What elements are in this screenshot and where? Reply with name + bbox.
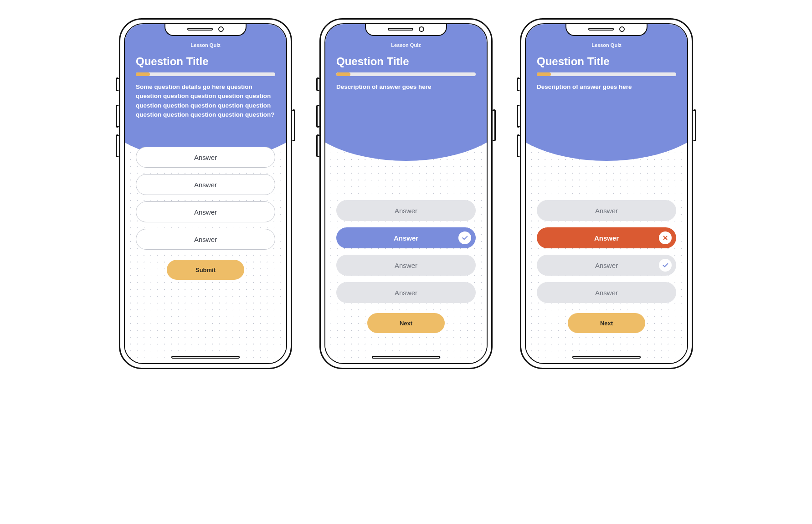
volume-up-button[interactable] bbox=[316, 105, 319, 128]
phone-notch bbox=[365, 23, 447, 36]
silence-switch[interactable] bbox=[116, 77, 119, 91]
answer-option-selected-wrong[interactable]: Answer bbox=[537, 227, 676, 248]
answer-label: Answer bbox=[594, 234, 619, 242]
answer-label: Answer bbox=[194, 208, 217, 216]
home-indicator[interactable] bbox=[572, 356, 641, 359]
quiz-screen-correct: Lesson Quiz Question Title Description o… bbox=[325, 24, 487, 363]
phone-mockup: Lesson Quiz Question Title Description o… bbox=[319, 18, 493, 369]
question-title: Question Title bbox=[537, 55, 676, 68]
phone-mockup: Lesson Quiz Question Title Description o… bbox=[520, 18, 693, 369]
phone-notch bbox=[164, 23, 247, 36]
volume-up-button[interactable] bbox=[116, 105, 119, 128]
speaker-icon bbox=[388, 28, 413, 31]
phone-mockup: Lesson Quiz Question Title Some question… bbox=[119, 18, 292, 369]
answer-option[interactable]: Answer bbox=[336, 200, 476, 221]
answer-option-selected-correct[interactable]: Answer bbox=[336, 227, 476, 248]
answer-label: Answer bbox=[595, 289, 618, 297]
silence-switch[interactable] bbox=[316, 77, 319, 91]
cross-icon bbox=[659, 231, 672, 244]
answer-label: Answer bbox=[395, 262, 417, 269]
lesson-label: Lesson Quiz bbox=[537, 42, 676, 48]
answer-option[interactable]: Answer bbox=[136, 147, 275, 168]
home-indicator[interactable] bbox=[372, 356, 440, 359]
question-title: Question Title bbox=[336, 55, 476, 68]
progress-bar bbox=[336, 72, 476, 76]
answer-option-correct[interactable]: Answer bbox=[537, 255, 676, 276]
progress-bar bbox=[537, 72, 676, 76]
home-indicator[interactable] bbox=[171, 356, 240, 359]
progress-fill bbox=[336, 72, 350, 76]
answer-description: Description of answer goes here bbox=[537, 82, 676, 92]
speaker-icon bbox=[187, 28, 213, 31]
quiz-screen-wrong: Lesson Quiz Question Title Description o… bbox=[526, 24, 687, 363]
lesson-label: Lesson Quiz bbox=[336, 42, 476, 48]
volume-down-button[interactable] bbox=[517, 134, 520, 157]
answer-label: Answer bbox=[595, 262, 618, 269]
camera-icon bbox=[419, 26, 424, 32]
progress-bar bbox=[136, 72, 275, 76]
answer-label: Answer bbox=[194, 181, 217, 189]
answer-option[interactable]: Answer bbox=[537, 282, 676, 303]
answer-label: Answer bbox=[595, 207, 618, 215]
power-button[interactable] bbox=[493, 109, 496, 141]
answer-label: Answer bbox=[394, 234, 418, 242]
answers-list: Answer Answer Answer bbox=[537, 191, 676, 303]
answer-option[interactable]: Answer bbox=[136, 229, 275, 250]
answer-label: Answer bbox=[395, 289, 417, 297]
volume-up-button[interactable] bbox=[517, 105, 520, 128]
power-button[interactable] bbox=[693, 109, 696, 141]
question-title: Question Title bbox=[136, 55, 275, 68]
submit-button[interactable]: Submit bbox=[167, 260, 244, 280]
check-icon bbox=[458, 231, 471, 244]
camera-icon bbox=[218, 26, 224, 32]
answer-option[interactable]: Answer bbox=[136, 174, 275, 195]
quiz-screen-question: Lesson Quiz Question Title Some question… bbox=[125, 24, 286, 363]
phone-notch bbox=[565, 23, 648, 36]
check-icon bbox=[659, 259, 672, 272]
next-button[interactable]: Next bbox=[568, 313, 645, 333]
answer-label: Answer bbox=[194, 154, 217, 161]
answer-description: Description of answer goes here bbox=[336, 82, 476, 92]
answer-option[interactable]: Answer bbox=[336, 255, 476, 276]
question-description: Some question details go here question q… bbox=[136, 82, 275, 119]
lesson-label: Lesson Quiz bbox=[136, 42, 275, 48]
answers-list: Answer Answer Answer Answer bbox=[336, 191, 476, 303]
speaker-icon bbox=[588, 28, 614, 31]
camera-icon bbox=[619, 26, 625, 32]
answers-list: Answer Answer Answer Answer bbox=[136, 138, 275, 250]
progress-fill bbox=[136, 72, 150, 76]
answer-option[interactable]: Answer bbox=[537, 200, 676, 221]
volume-down-button[interactable] bbox=[316, 134, 319, 157]
power-button[interactable] bbox=[292, 109, 295, 141]
volume-down-button[interactable] bbox=[116, 134, 119, 157]
answer-label: Answer bbox=[395, 207, 417, 215]
next-button[interactable]: Next bbox=[367, 313, 445, 333]
progress-fill bbox=[537, 72, 551, 76]
answer-label: Answer bbox=[194, 236, 217, 243]
answer-option[interactable]: Answer bbox=[136, 201, 275, 222]
silence-switch[interactable] bbox=[517, 77, 520, 91]
answer-option[interactable]: Answer bbox=[336, 282, 476, 303]
